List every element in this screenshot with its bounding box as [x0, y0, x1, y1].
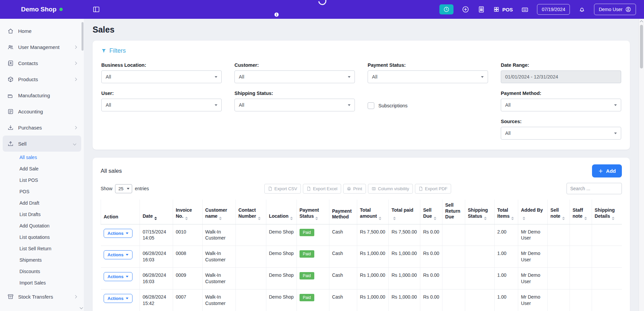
subscriptions-checkbox[interactable]	[368, 102, 374, 109]
brand[interactable]: Demo Shop	[0, 6, 84, 13]
column-header[interactable]: Shipping Status	[465, 200, 494, 224]
user-button[interactable]: Demo User	[594, 4, 636, 15]
sell-submenu-item[interactable]: Import Sales	[0, 277, 84, 289]
user-select[interactable]: All	[101, 99, 222, 111]
submenu-item-label: Discounts	[19, 269, 40, 274]
selected-value: All	[106, 74, 111, 80]
sell-submenu-item[interactable]: Discounts	[0, 266, 84, 277]
table-tool-button[interactable]: Export Excel	[303, 184, 341, 194]
filters-heading[interactable]: Filters	[101, 47, 126, 54]
column-header[interactable]: Customer name	[202, 200, 235, 224]
add-button[interactable]: Add	[592, 164, 622, 177]
pos-button[interactable]: POS	[493, 6, 513, 12]
sell-submenu-item[interactable]: Shipments	[0, 254, 84, 266]
sidebar-item[interactable]: Accounting	[3, 103, 81, 119]
column-header[interactable]: Sell Return Due	[442, 200, 465, 224]
sources-select[interactable]: All	[501, 127, 621, 140]
actions-button[interactable]: Actions	[104, 272, 133, 281]
scroll-up-arrow[interactable]	[640, 20, 643, 24]
cell-total-items: 1.00	[494, 268, 518, 290]
column-header[interactable]: Date	[140, 200, 173, 224]
column-header[interactable]: Sell note	[548, 200, 570, 224]
table-tool-button[interactable]: Export PDF	[415, 184, 451, 194]
plus-circle-icon[interactable]	[462, 6, 469, 13]
payment-method-select[interactable]: All	[501, 99, 621, 111]
cell-sell-note	[548, 268, 570, 290]
sidebar-item[interactable]: Purchases	[3, 119, 81, 136]
customer-select[interactable]: All	[234, 70, 355, 83]
clock-in-button[interactable]	[439, 4, 453, 14]
cell-sell-return-due	[442, 224, 465, 246]
sidebar-item[interactable]: Contacts	[3, 55, 81, 71]
sidebar-item[interactable]: Products	[3, 71, 81, 87]
chevron-right-icon	[74, 45, 77, 49]
search-input[interactable]	[567, 183, 622, 194]
actions-button[interactable]: Actions	[104, 250, 133, 259]
cell-sell-due: Rs 0.00	[420, 246, 442, 268]
column-header[interactable]: Payment Status	[297, 200, 329, 224]
sort-icon	[315, 217, 318, 220]
sidebar-item[interactable]: Stock Transfers	[3, 289, 81, 305]
chevron-down-icon	[215, 104, 217, 106]
page-scrollbar-thumb[interactable]	[640, 25, 643, 68]
cell-payment-method: Cash	[329, 268, 357, 290]
sell-submenu-item[interactable]: List quotations	[0, 231, 84, 243]
sell-submenu-item[interactable]: Add Quotation	[0, 220, 84, 231]
cash-register-icon[interactable]	[521, 6, 529, 13]
show-label: Show	[101, 186, 112, 191]
main-content: Sales Filters Business Location: All	[84, 19, 639, 311]
sidebar-item[interactable]: User Management	[3, 39, 81, 55]
column-header[interactable]: Shipping Details	[592, 200, 622, 224]
column-header[interactable]: Contact Number	[235, 200, 266, 224]
cell-total-items: 1.00	[494, 289, 518, 311]
column-header[interactable]: Location	[266, 200, 297, 224]
sidebar-item-label: Products	[18, 76, 38, 82]
sidebar-item[interactable]: Home	[3, 23, 81, 39]
page-length-select[interactable]: 25	[115, 184, 132, 193]
cell-payment-status: Paid	[297, 224, 329, 246]
actions-button[interactable]: Actions	[104, 229, 133, 238]
sell-submenu-item[interactable]: All sales	[0, 152, 84, 163]
column-header-label: Invoice No.	[176, 207, 192, 219]
sidebar-scroll-down-arrow[interactable]	[80, 306, 83, 309]
sell-submenu-item[interactable]: List POS	[0, 174, 84, 186]
column-header[interactable]: Payment Method	[329, 200, 357, 224]
sell-submenu-item[interactable]: Add Sale	[0, 163, 84, 174]
bell-icon[interactable]	[578, 6, 586, 13]
shipping-status-select[interactable]: All	[234, 99, 355, 111]
cell-added-by: Mr Demo User	[518, 224, 548, 246]
sell-submenu-item[interactable]: List Sell Return	[0, 243, 84, 254]
table-tool-button[interactable]: Print	[343, 184, 366, 194]
sidebar-item[interactable]: Manufacturing	[3, 87, 81, 103]
sidebar-item[interactable]: Sell	[3, 136, 81, 152]
info-icon[interactable]	[274, 12, 279, 17]
calculator-icon[interactable]	[478, 6, 485, 13]
column-header[interactable]: Staff note	[570, 200, 592, 224]
business-location-select[interactable]: All	[101, 70, 222, 83]
column-header[interactable]: Added By	[518, 200, 548, 224]
sort-icon	[612, 217, 614, 220]
submenu-item-label: List POS	[19, 177, 38, 183]
date-button[interactable]: 07/19/2024	[537, 4, 570, 15]
column-header[interactable]: Invoice No.	[173, 200, 202, 224]
table-tool-button[interactable]: Export CSV	[264, 184, 301, 194]
page-scrollbar[interactable]	[639, 19, 644, 311]
column-header-label: Added By	[521, 207, 543, 213]
column-header[interactable]: Total paid	[389, 200, 420, 224]
actions-button[interactable]: Actions	[104, 294, 133, 303]
sell-submenu-item[interactable]: Add Draft	[0, 197, 84, 209]
chevron-right-icon	[74, 295, 77, 298]
cell-payment-status: Paid	[297, 246, 329, 268]
column-header[interactable]: Total amount	[357, 200, 389, 224]
column-header[interactable]: Sell Due	[420, 200, 442, 224]
sell-submenu-item[interactable]: List Drafts	[0, 209, 84, 220]
sell-submenu-item[interactable]: POS	[0, 186, 84, 197]
date-range-input[interactable]	[501, 70, 621, 83]
payment-status-select[interactable]: All	[368, 70, 488, 83]
table-tool-button[interactable]: Column visibility	[368, 184, 413, 194]
cell-staff-note	[570, 224, 592, 246]
sidebar-toggle-icon[interactable]	[93, 6, 100, 13]
column-header[interactable]: Total Items	[494, 200, 518, 224]
column-header[interactable]: Action	[101, 200, 140, 224]
sidebar-scrollbar-thumb[interactable]	[82, 22, 84, 51]
